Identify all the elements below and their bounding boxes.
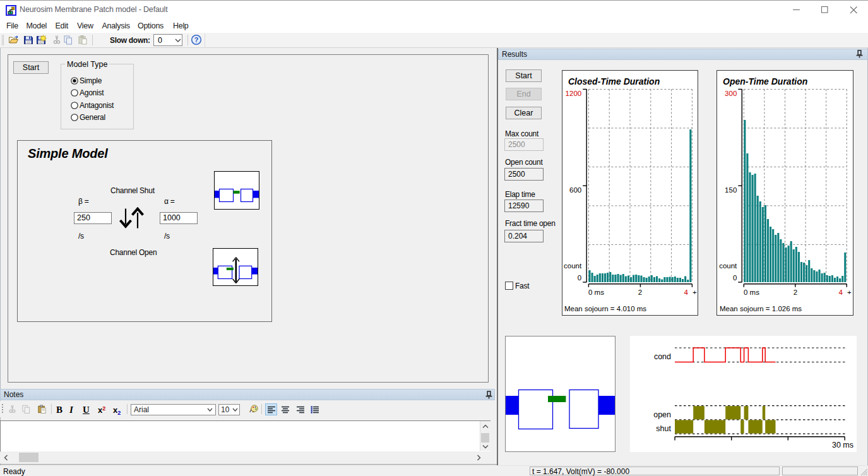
svg-text:Closed-Time Duration: Closed-Time Duration: [568, 76, 660, 86]
svg-text:0 ms: 0 ms: [588, 289, 604, 296]
svg-text:shut: shut: [656, 424, 671, 433]
svg-text:150: 150: [725, 186, 737, 194]
svg-text:0: 0: [732, 274, 736, 282]
svg-text:2: 2: [638, 289, 642, 296]
svg-text:4: 4: [838, 289, 843, 296]
svg-text:300: 300: [725, 90, 737, 97]
svg-text:0: 0: [578, 274, 581, 282]
svg-text:Mean sojourn = 1.026 ms: Mean sojourn = 1.026 ms: [720, 305, 802, 312]
svg-text:+: +: [847, 289, 852, 296]
svg-text:600: 600: [569, 186, 581, 194]
svg-text:count: count: [564, 262, 582, 270]
svg-text:2: 2: [793, 289, 797, 296]
svg-text:+: +: [693, 289, 697, 296]
svg-text:30 ms: 30 ms: [832, 441, 853, 449]
svg-text:cond: cond: [654, 352, 671, 361]
svg-text:4: 4: [684, 289, 689, 296]
svg-text:count: count: [719, 262, 737, 270]
svg-text:open: open: [653, 410, 671, 419]
svg-text:0 ms: 0 ms: [744, 289, 759, 296]
svg-text:1200: 1200: [566, 90, 582, 97]
svg-text:Open-Time Duration: Open-Time Duration: [723, 76, 807, 86]
svg-text:?: ?: [194, 36, 199, 44]
svg-text:Mean sojourn = 4.010 ms: Mean sojourn = 4.010 ms: [564, 305, 646, 312]
